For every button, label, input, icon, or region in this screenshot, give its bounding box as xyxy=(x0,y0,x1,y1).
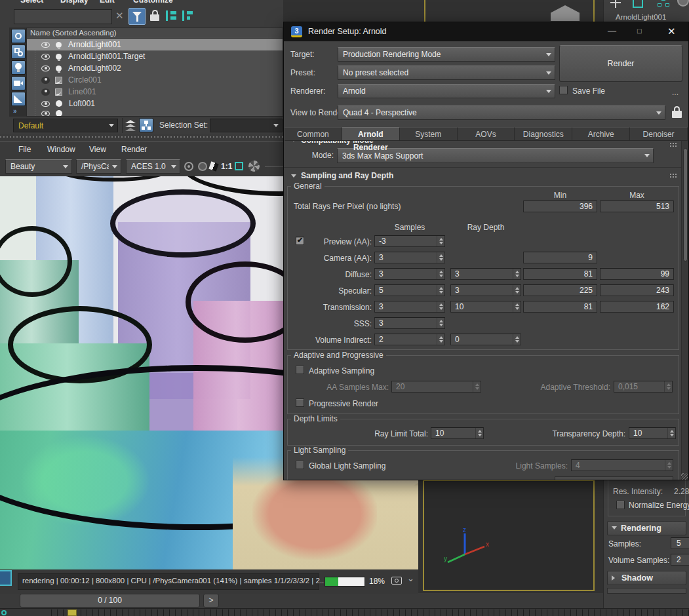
display-cameras-button[interactable] xyxy=(11,76,26,90)
sss-samples-spinner[interactable]: 3 xyxy=(374,317,445,329)
spinner-arrows-icon[interactable] xyxy=(437,301,444,312)
layers-icon[interactable] xyxy=(125,120,136,130)
diffuse-depth-spinner[interactable]: 3 xyxy=(450,268,521,280)
object-name-field[interactable]: ArnoldLight001 xyxy=(616,13,666,21)
specular-samples-spinner[interactable]: 5 xyxy=(374,284,445,296)
tab-diagnostics[interactable]: Diagnostics xyxy=(515,127,572,140)
filter-button[interactable] xyxy=(128,8,146,25)
display-objects-button[interactable] xyxy=(11,29,26,43)
visibility-eye-icon[interactable] xyxy=(41,111,50,117)
visibility-eye-icon[interactable] xyxy=(41,66,50,71)
spinner-arrows-icon[interactable] xyxy=(513,285,521,296)
list-item-line001[interactable]: Line001 xyxy=(27,86,283,98)
viewport-edge-left[interactable] xyxy=(424,0,425,22)
list-item-loft001[interactable]: Loft001 xyxy=(27,98,283,109)
visibility-eye-icon[interactable] xyxy=(41,77,50,84)
tab-aovs[interactable]: AOVs xyxy=(458,127,515,140)
diffuse-samples-spinner[interactable]: 3 xyxy=(374,268,445,280)
minimize-icon[interactable]: — xyxy=(608,26,616,35)
visibility-eye-icon[interactable] xyxy=(41,54,50,60)
resize-grip-icon[interactable] xyxy=(681,473,688,480)
spinner-arrows-icon[interactable] xyxy=(437,318,444,328)
spinner-arrows-icon[interactable] xyxy=(437,252,444,263)
render-button[interactable]: Render xyxy=(559,45,682,82)
view-to-render-dropdown[interactable]: Quad 4 - Perspective xyxy=(338,106,665,120)
volume-samples-field[interactable]: 2 xyxy=(671,554,689,566)
samples-field[interactable]: 5 xyxy=(671,537,689,549)
dialog-titlebar[interactable]: 3 Render Setup: Arnold — □ ✕ xyxy=(284,22,688,41)
spinner-arrows-icon[interactable] xyxy=(513,334,521,345)
tab-denoiser[interactable]: Denoiser xyxy=(630,127,688,140)
sampling-rollout-header[interactable]: Sampling and Ray Depth xyxy=(286,170,680,182)
spinner-arrows-icon[interactable] xyxy=(665,460,673,471)
rfw-menu-render[interactable]: Render xyxy=(121,145,147,154)
scrollbar-thumb[interactable] xyxy=(683,148,688,261)
shutter-icon[interactable] xyxy=(248,161,260,172)
camera-dropdown[interactable]: /PhysCan xyxy=(76,159,121,174)
rollout-grip-icon[interactable] xyxy=(669,142,678,147)
ray-limit-total-spinner[interactable]: 10 xyxy=(431,427,484,439)
select-object-icon[interactable] xyxy=(633,0,643,8)
shadow-rollout-header[interactable]: Shadow xyxy=(607,571,686,585)
tab-system[interactable]: System xyxy=(400,127,458,140)
spinner-arrows-icon[interactable] xyxy=(667,428,675,438)
rfw-menu-view[interactable]: View xyxy=(89,145,106,154)
status-chevron-icon[interactable]: ⌄ xyxy=(407,573,414,583)
progressive-render-checkbox[interactable] xyxy=(296,398,304,407)
viewport-edge-right[interactable] xyxy=(593,0,595,22)
spinner-arrows-icon[interactable] xyxy=(437,334,444,345)
spinner-arrows-icon[interactable] xyxy=(513,301,521,312)
specular-depth-spinner[interactable]: 3 xyxy=(450,284,521,296)
clear-search-icon[interactable]: ✕ xyxy=(115,10,124,22)
preset-dropdown[interactable]: No preset selected xyxy=(338,66,555,80)
normalize-energy-checkbox[interactable] xyxy=(616,501,625,509)
expand-tree-icon[interactable] xyxy=(166,10,177,21)
explorer-search-input[interactable] xyxy=(14,9,112,24)
transmission-depth-spinner[interactable]: 10 xyxy=(450,301,521,313)
zoom-ratio-label[interactable]: 1:1 xyxy=(221,162,232,171)
global-light-sampling-checkbox[interactable] xyxy=(296,461,304,469)
list-item-circle001[interactable]: Circle001 xyxy=(27,74,283,86)
preview-aa-checkbox[interactable] xyxy=(296,237,304,245)
rendering-rollout-header[interactable]: Rendering xyxy=(607,521,686,535)
camera-aa-samples-spinner[interactable]: 3 xyxy=(374,252,445,263)
workspace-tab-icon[interactable] xyxy=(0,570,12,586)
snapshot-camera-icon[interactable] xyxy=(391,577,402,585)
spinner-arrows-icon[interactable] xyxy=(437,285,444,296)
next-frame-button[interactable]: > xyxy=(203,594,219,607)
lock-selection-icon[interactable] xyxy=(150,10,160,22)
volume-indirect-depth-spinner[interactable]: 0 xyxy=(450,334,521,345)
tab-archive[interactable]: Archive xyxy=(572,127,630,140)
rgb-channels-icon[interactable] xyxy=(198,162,207,171)
more-filters-chevrons[interactable]: » xyxy=(13,107,17,115)
list-header[interactable]: Name (Sorted Ascending) xyxy=(27,28,283,39)
renderer-dropdown[interactable]: Arnold xyxy=(338,84,555,98)
adaptive-threshold-spinner[interactable]: 0,015 xyxy=(614,381,673,393)
display-shapes-button[interactable] xyxy=(11,45,26,59)
visibility-eye-icon[interactable] xyxy=(41,101,50,107)
spinner-arrows-icon[interactable] xyxy=(475,428,483,438)
rfw-menu-file[interactable]: File xyxy=(18,145,31,154)
rfw-menu-window[interactable]: Window xyxy=(47,145,75,154)
tab-common[interactable]: Common xyxy=(285,127,342,140)
partial-rollout[interactable] xyxy=(607,588,686,594)
save-region-icon[interactable] xyxy=(235,162,243,170)
timeline-ruler[interactable] xyxy=(0,608,689,616)
spinner-arrows-icon[interactable] xyxy=(664,381,672,392)
spinner-arrows-icon[interactable] xyxy=(437,236,444,246)
material-sphere-icon[interactable] xyxy=(677,0,689,7)
rollout-grip-icon[interactable] xyxy=(669,173,678,178)
collapse-tree-icon[interactable] xyxy=(182,10,193,21)
dialog-scrollbar[interactable] xyxy=(681,141,688,480)
render-region-icon[interactable] xyxy=(184,162,193,171)
menu-customize[interactable]: Customize xyxy=(133,0,173,5)
selection-set-dropdown[interactable] xyxy=(210,119,283,132)
preview-aa-samples-spinner[interactable]: -3 xyxy=(374,235,445,247)
menu-display[interactable]: Display xyxy=(60,0,89,5)
panel-splitter[interactable] xyxy=(0,136,283,138)
menu-edit[interactable]: Edit xyxy=(100,0,115,5)
save-file-checkbox[interactable] xyxy=(559,86,568,94)
schematic-view-icon[interactable] xyxy=(658,0,669,8)
channel-dropdown[interactable]: Beauty xyxy=(5,159,72,174)
save-file-browse-button[interactable]: ... xyxy=(672,88,679,97)
